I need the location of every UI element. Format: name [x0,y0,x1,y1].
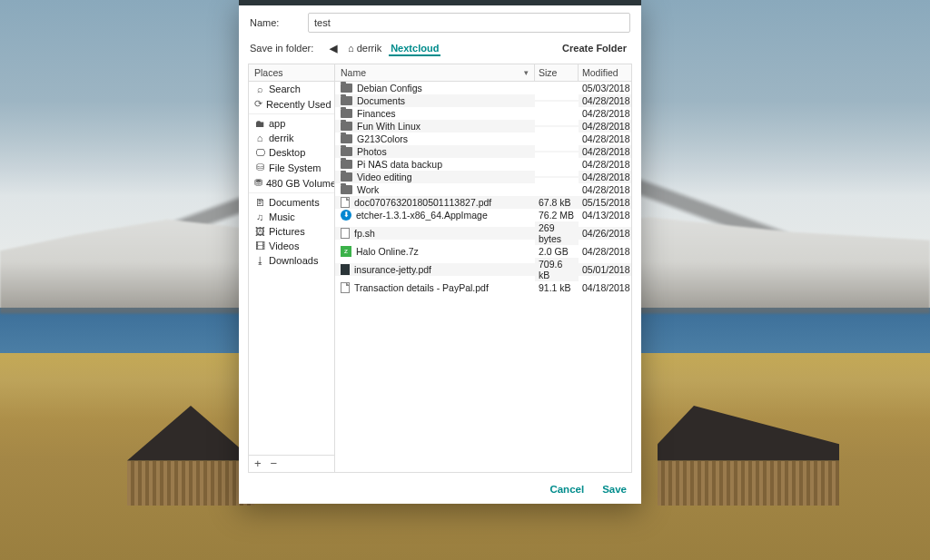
file-name-cell: Fun With Linux [335,120,535,133]
column-header-size[interactable]: Size [535,64,579,81]
file-row[interactable]: zHalo Online.7z2.0 GB04/28/2018 [335,245,631,258]
place-recently-used[interactable]: ⟳Recently Used [249,96,334,112]
search-icon: ⌕ [254,84,265,94]
place-file-system[interactable]: ⛁File System [249,160,334,175]
file-row[interactable]: Video editing04/28/2018 [335,171,631,183]
pdf-icon [341,282,350,293]
column-header-modified[interactable]: Modified [579,64,631,81]
create-folder-button[interactable]: Create Folder [559,40,630,56]
place-label: Pictures [269,226,305,237]
places-add-button[interactable]: + [254,457,262,470]
file-row[interactable]: insurance-jetty.pdf709.6 kB05/01/2018 [335,258,631,281]
files-pane: Name ▾ Size Modified Debian Configs05/03… [335,64,631,472]
file-size-cell: 2.0 GB [535,245,579,258]
wallpaper-house-right [658,406,839,506]
places-list: ⌕Search⟳Recently Used🖿app⌂derrik🖵Desktop… [249,82,334,455]
column-header-name[interactable]: Name ▾ [335,64,535,81]
file-name-cell: Debian Configs [335,82,535,94]
file-size-cell [535,138,579,140]
breadcrumb-current-label: Nextcloud [391,43,439,54]
file-row[interactable]: fp.sh269 bytes04/26/2018 [335,221,631,245]
file-name-label: Pi NAS data backup [357,159,442,170]
place-videos[interactable]: 🎞Videos [249,239,334,253]
folder-icon [341,185,352,194]
folder-icon [341,122,352,131]
app-icon: ⬇ [341,210,351,221]
places-remove-button[interactable]: − [271,457,278,470]
recent-icon: ⟳ [254,98,262,110]
file-modified-cell: 04/28/2018 [579,107,631,120]
folder-icon [341,172,352,182]
folder-icon [341,160,352,169]
pdf-icon [341,197,350,208]
file-size-cell [535,189,579,191]
place-label: derrik [269,133,294,143]
file-row[interactable]: ⬇etcher-1.3.1-x86_64.AppImage76.2 MB04/1… [335,209,631,221]
videos-icon: 🎞 [254,241,265,251]
place-label: Videos [269,241,299,251]
file-modified-cell: 04/28/2018 [579,133,631,145]
file-modified-cell: 04/28/2018 [579,245,631,258]
folder-icon: 🖿 [254,118,265,129]
file-name-label: Fun With Linux [357,121,420,132]
place-search[interactable]: ⌕Search [249,82,334,96]
cancel-button[interactable]: Cancel [549,484,584,495]
file-name-cell: insurance-jetty.pdf [335,263,535,276]
place-480-gb-volume[interactable]: ⛃480 GB Volume [249,175,334,191]
downloads-icon: ⭳ [254,255,265,266]
disk-icon: ⛁ [254,162,265,173]
file-row[interactable]: Finances04/28/2018 [335,107,631,120]
file-row[interactable]: Debian Configs05/03/2018 [335,82,631,94]
place-label: Search [269,84,301,94]
name-label: Name: [250,17,301,28]
file-modified-cell: 04/28/2018 [579,171,631,183]
file-browser: Places ⌕Search⟳Recently Used🖿app⌂derrik🖵… [248,64,632,473]
file-name-label: Transaction details - PayPal.pdf [354,282,489,293]
place-label: Music [269,211,295,222]
music-icon: ♫ [254,211,265,222]
place-documents[interactable]: 🖹Documents [249,192,334,210]
file-name-cell: Transaction details - PayPal.pdf [335,281,535,294]
file-size-cell: 67.8 kB [535,196,579,209]
file-modified-cell: 04/13/2018 [579,209,631,221]
place-downloads[interactable]: ⭳Downloads [249,253,334,268]
file-size-cell [535,176,579,178]
file-row[interactable]: Photos04/28/2018 [335,145,631,158]
breadcrumb-parent[interactable]: ⌂ derrik [346,41,383,55]
place-music[interactable]: ♫Music [249,210,334,224]
file-row[interactable]: Fun With Linux04/28/2018 [335,120,631,133]
file-size-cell: 76.2 MB [535,209,579,221]
file-row[interactable]: Transaction details - PayPal.pdf91.1 kB0… [335,281,631,294]
file-name-cell: zHalo Online.7z [335,245,535,258]
place-label: Downloads [269,255,318,266]
file-row[interactable]: Documents04/28/2018 [335,94,631,107]
save-button[interactable]: Save [602,484,627,495]
folder-icon [341,147,352,156]
place-derrik[interactable]: ⌂derrik [249,131,334,145]
file-name-label: doc07076320180501113827.pdf [354,197,491,208]
file-row[interactable]: Work04/28/2018 [335,183,631,196]
file-name-cell: ⬇etcher-1.3.1-x86_64.AppImage [335,209,535,221]
file-row[interactable]: Pi NAS data backup04/28/2018 [335,158,631,171]
file-size-cell [535,151,579,152]
place-app[interactable]: 🖿app [249,113,334,131]
file-row[interactable]: doc07076320180501113827.pdf67.8 kB05/15/… [335,196,631,209]
file-modified-cell: 04/28/2018 [579,94,631,107]
file-row[interactable]: G213Colors04/28/2018 [335,133,631,145]
filename-input[interactable] [308,13,630,33]
file-modified-cell: 05/01/2018 [579,263,631,276]
places-pane: Places ⌕Search⟳Recently Used🖿app⌂derrik🖵… [249,64,335,472]
file-name-cell: Work [335,183,535,196]
file-size-cell: 269 bytes [535,221,579,245]
file-size-cell: 91.1 kB [535,281,579,294]
place-pictures[interactable]: 🖼Pictures [249,224,334,239]
path-back-button[interactable]: ◀ [326,43,341,54]
file-name-label: Video editing [357,172,412,182]
file-name-cell: Documents [335,94,535,107]
place-desktop[interactable]: 🖵Desktop [249,145,334,160]
z7-icon: z [341,246,351,257]
file-name-label: insurance-jetty.pdf [354,264,431,275]
breadcrumb-current[interactable]: Nextcloud [389,41,440,56]
home-icon: ⌂ [348,43,354,54]
save-in-label: Save in folder: [250,43,321,54]
